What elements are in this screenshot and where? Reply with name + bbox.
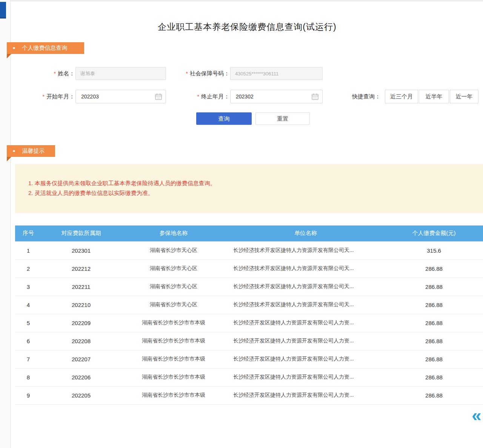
cell-amount: 286.88	[385, 296, 483, 314]
cell-seq: 2	[15, 259, 42, 278]
cell-company: 长沙经济开发区捷特人力资源开发有限公司人力资...	[226, 332, 385, 350]
bullet-icon: •	[13, 148, 15, 155]
end-month-input[interactable]	[230, 90, 323, 103]
cell-seq: 3	[15, 278, 42, 296]
table-row[interactable]: 2 202212 湖南省长沙市天心区 长沙经济技术开发区捷特人力资源开发有限公司…	[15, 259, 483, 278]
cell-company: 长沙经济开发区捷特人力资源开发有限公司人力资...	[226, 350, 385, 368]
end-month-label: *终止年月：	[166, 93, 229, 100]
start-month-label: *开始年月：	[30, 93, 75, 100]
cell-period: 202301	[42, 241, 121, 259]
cell-period: 202207	[42, 350, 121, 368]
cell-period: 202206	[42, 368, 121, 386]
left-margin	[0, 0, 11, 448]
start-month-input[interactable]	[75, 90, 166, 103]
cell-amount: 286.88	[385, 386, 483, 404]
bullet-icon: •	[13, 45, 15, 52]
calendar-icon[interactable]	[311, 93, 319, 100]
cell-seq: 8	[15, 368, 42, 386]
cell-period: 202211	[42, 278, 121, 296]
quick-filter-3-months[interactable]: 近三个月	[385, 90, 418, 103]
name-input[interactable]	[75, 67, 166, 80]
cell-period: 202205	[42, 386, 121, 404]
cell-place: 湖南省长沙市长沙市市本级	[121, 386, 226, 404]
ribbon-fold-decoration	[7, 54, 11, 58]
cell-place: 湖南省长沙市长沙市市本级	[121, 332, 226, 350]
cell-place: 湖南省长沙市天心区	[121, 241, 226, 259]
table-row[interactable]: 1 202301 湖南省长沙市天心区 长沙经济技术开发区捷特人力资源开发有限公司…	[15, 241, 483, 259]
tip-line-2: 2. 灵活就业人员的缴费单位信息以实际缴费为准。	[28, 188, 475, 198]
cell-company: 长沙经济技术开发区捷特人力资源开发有限公司天...	[226, 296, 385, 314]
top-edge-divider	[0, 0, 483, 2]
header-seq: 序号	[15, 226, 42, 241]
required-mark: *	[43, 94, 45, 100]
header-period: 对应费款所属期	[42, 226, 121, 241]
table-row[interactable]: 5 202209 湖南省长沙市长沙市市本级 长沙经济开发区捷特人力资源开发有限公…	[15, 314, 483, 332]
collapsed-sidebar-tab[interactable]	[0, 2, 6, 18]
name-label: *姓名：	[30, 70, 75, 77]
tips-panel: 1. 本服务仅提供尚未领取企业职工基本养老保险待遇人员的缴费信息查询。 2. 灵…	[15, 164, 483, 213]
ssn-label: *社会保障号码：	[166, 70, 229, 77]
tip-line-1: 1. 本服务仅提供尚未领取企业职工基本养老保险待遇人员的缴费信息查询。	[28, 178, 475, 188]
cell-amount: 286.88	[385, 314, 483, 332]
quick-query-label: 快捷查询：	[352, 93, 380, 100]
cell-seq: 1	[15, 241, 42, 259]
section-title: 温馨提示	[22, 147, 45, 155]
table-row[interactable]: 6 202208 湖南省长沙市长沙市市本级 长沙经济开发区捷特人力资源开发有限公…	[15, 332, 483, 350]
section-header-personal-query: • 个人缴费信息查询	[7, 42, 84, 54]
cell-period: 202208	[42, 332, 121, 350]
payment-records-table: 序号 对应费款所属期 参保地名称 单位名称 个人缴费金额(元) 1 202301…	[15, 226, 483, 405]
cell-company: 长沙经济开发区捷特人力资源开发有限公司人力资...	[226, 368, 385, 386]
cell-period: 202209	[42, 314, 121, 332]
table-row[interactable]: 4 202210 湖南省长沙市天心区 长沙经济技术开发区捷特人力资源开发有限公司…	[15, 296, 483, 314]
calendar-icon[interactable]	[155, 93, 162, 100]
cell-amount: 286.88	[385, 259, 483, 278]
page: 企业职工基本养老保险缴费信息查询(试运行) • 个人缴费信息查询 *姓名： *社…	[0, 0, 483, 448]
table-row[interactable]: 3 202211 湖南省长沙市天心区 长沙经济技术开发区捷特人力资源开发有限公司…	[15, 278, 483, 296]
required-mark: *	[186, 71, 188, 77]
cell-company: 长沙经济技术开发区捷特人力资源开发有限公司天...	[226, 259, 385, 278]
collapse-chevron-icon[interactable]: «	[472, 407, 481, 424]
cell-company: 长沙经济开发区捷特人力资源开发有限公司人力资...	[226, 314, 385, 332]
cell-seq: 6	[15, 332, 42, 350]
table-row[interactable]: 9 202205 湖南省长沙市长沙市市本级 长沙经济开发区捷特人力资源开发有限公…	[15, 386, 483, 404]
cell-amount: 286.88	[385, 332, 483, 350]
query-button[interactable]: 查询	[196, 112, 252, 125]
cell-seq: 5	[15, 314, 42, 332]
cell-place: 湖南省长沙市天心区	[121, 259, 226, 278]
table-header: 序号 对应费款所属期 参保地名称 单位名称 个人缴费金额(元)	[15, 226, 483, 241]
cell-seq: 4	[15, 296, 42, 314]
cell-period: 202210	[42, 296, 121, 314]
ribbon-fold-decoration	[7, 157, 11, 161]
cell-period: 202212	[42, 259, 121, 278]
section-title: 个人缴费信息查询	[22, 44, 67, 52]
page-title: 企业职工基本养老保险缴费信息查询(试运行)	[11, 21, 483, 33]
table-row[interactable]: 8 202206 湖南省长沙市长沙市市本级 长沙经济开发区捷特人力资源开发有限公…	[15, 368, 483, 386]
cell-amount: 286.88	[385, 368, 483, 386]
header-amount: 个人缴费金额(元)	[385, 226, 483, 241]
header-company: 单位名称	[226, 226, 385, 241]
cell-company: 长沙经济技术开发区捷特人力资源开发有限公司天...	[226, 278, 385, 296]
header-place: 参保地名称	[121, 226, 226, 241]
cell-amount: 286.88	[385, 278, 483, 296]
cell-amount: 286.88	[385, 350, 483, 368]
cell-seq: 9	[15, 386, 42, 404]
reset-button[interactable]: 重置	[255, 112, 310, 125]
quick-filter-half-year[interactable]: 近半年	[419, 90, 449, 103]
cell-place: 湖南省长沙市长沙市市本级	[121, 314, 226, 332]
cell-seq: 7	[15, 350, 42, 368]
cell-place: 湖南省长沙市天心区	[121, 296, 226, 314]
section-header-tips: • 温馨提示	[7, 145, 55, 157]
table-row[interactable]: 7 202207 湖南省长沙市长沙市市本级 长沙经济开发区捷特人力资源开发有限公…	[15, 350, 483, 368]
quick-filter-one-year[interactable]: 近一年	[450, 90, 478, 103]
cell-place: 湖南省长沙市长沙市市本级	[121, 368, 226, 386]
cell-amount: 315.6	[385, 241, 483, 259]
cell-place: 湖南省长沙市天心区	[121, 278, 226, 296]
required-mark: *	[54, 71, 56, 77]
ssn-input[interactable]	[230, 67, 323, 80]
required-mark: *	[197, 94, 199, 100]
cell-place: 湖南省长沙市长沙市市本级	[121, 350, 226, 368]
cell-company: 长沙经济开发区捷特人力资源开发有限公司人力资...	[226, 386, 385, 404]
cell-company: 长沙经济技术开发区捷特人力资源开发有限公司天...	[226, 241, 385, 259]
